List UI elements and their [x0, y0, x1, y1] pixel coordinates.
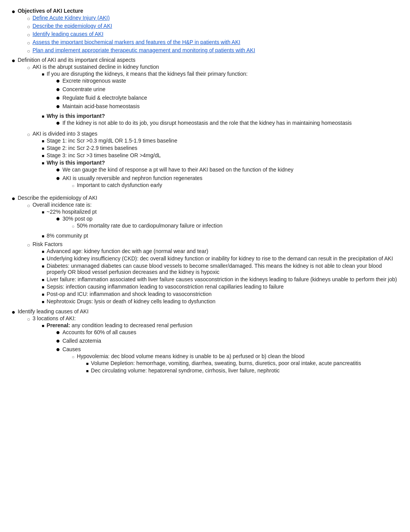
mortality-rate: 50% mortality rate due to cardiopulmonar… [77, 223, 222, 229]
catch-early: Important to catch dysfunction early [77, 182, 162, 188]
main-content: ● Objectives of AKI Lecture ○ Define Acu… [12, 8, 398, 379]
bullet-icon: ● [56, 94, 60, 102]
list-item: ○ Assess the important biochemical marke… [27, 39, 398, 46]
stage3: Stage 3: inc Scr >3 times baseline OR >4… [47, 152, 161, 158]
list-item: ○ AKI is the abrupt sustained decline in… [27, 64, 398, 129]
bullet-icon: ■ [42, 323, 44, 328]
bullet-icon: ■ [42, 299, 44, 304]
list-item: ● Concentrate urine [56, 86, 398, 93]
list-item: ■ ~22% hospitalized pt ● 30% post op [42, 209, 398, 231]
gauge-response: We can gauge the kind of response a pt w… [63, 167, 293, 173]
bullet-icon: ■ [42, 210, 44, 214]
list-item: ○ Describe the epidemiology of AKI [27, 23, 398, 30]
list-item: ● AKI is usually reversible and nephron … [56, 175, 398, 190]
bullet-icon: ■ [86, 369, 89, 373]
list-item: ● Maintain acid-base homeostasis [56, 103, 398, 110]
list-item: ■ Dec circulating volume: hepatorenal sy… [86, 367, 361, 374]
dec-circulating: Dec circulating volume: hepatorenal synd… [91, 367, 280, 374]
objective-item-4[interactable]: Assess the important biochemical markers… [32, 39, 240, 45]
list-item: ■ Diabetes: unmanaged diabetes can cause… [42, 263, 398, 275]
regulate: Regulate fluid & electrolyte balance [63, 95, 147, 101]
aki-stages: AKI is divided into 3 stages [32, 131, 97, 137]
reversible: AKI is usually reversible and nephron fu… [63, 175, 203, 181]
list-item: ● If the kidney is not able to do its jo… [56, 120, 398, 127]
definition-title: Definition of AKI and its important clin… [18, 57, 136, 63]
bullet-icon: ● [56, 77, 60, 85]
bullet-icon: ■ [42, 292, 44, 297]
maintain: Maintain acid-base homeostasis [63, 103, 140, 109]
bullet-icon: ● [12, 309, 15, 316]
list-item: ■ Post-op and ICU: inflammation and shoc… [42, 291, 398, 297]
list-item: ■ Stage 2: inc Scr 2-2.9 times baselines [42, 145, 398, 151]
objective-item-1[interactable]: Define Acute Kidney Injury (AKI) [32, 15, 110, 21]
bullet-icon: ○ [27, 40, 30, 46]
list-item: ○ 50% mortality rate due to cardiopulmon… [72, 223, 223, 229]
objective-item-3[interactable]: Identify leading causes of AKI [32, 31, 103, 37]
bullet-icon: ■ [42, 234, 44, 238]
list-item: ● We can gauge the kind of response a pt… [56, 167, 398, 174]
bullet-icon: ■ [42, 285, 44, 289]
stage1: Stage 1: inc Scr >0.3 mg/dL OR 1.5-1.9 t… [47, 138, 177, 144]
nephrotoxic: Nephrotoxic Drugs: lysis or death of kid… [47, 298, 215, 304]
aki-definition: AKI is the abrupt sustained decline in k… [32, 64, 159, 70]
bullet-icon: ● [12, 57, 15, 64]
bullet-icon: ■ [42, 161, 44, 165]
bullet-icon: ● [56, 345, 60, 354]
bullet-icon: ● [56, 166, 60, 174]
advanced-age: Advanced age: kidney function dec with a… [47, 248, 208, 254]
bullet-icon: ● [56, 174, 60, 182]
list-item: ● Causes ○ Hyp [56, 346, 398, 376]
list-item: ■ Sepsis: infection causing inflammation… [42, 284, 398, 290]
list-item: ● Called azotemia [56, 338, 398, 345]
bullet-icon: ■ [42, 277, 44, 282]
list-item: ○ Risk Factors ■ Advanced age: kidney fu… [27, 241, 398, 306]
bullet-icon: ○ [27, 32, 30, 38]
list-item-causes: ● Identify leading causes of AKI ○ 3 loc… [12, 308, 398, 379]
list-item-definition: ● Definition of AKI and its important cl… [12, 57, 398, 193]
bullet-icon: ■ [42, 72, 44, 76]
bullet-icon: ● [56, 328, 60, 337]
bullet-icon: ○ [27, 316, 30, 322]
risk-factors-title: Risk Factors [32, 241, 63, 247]
bullet-icon: ■ [42, 146, 44, 151]
objective-item-2[interactable]: Describe the epidemiology of AKI [32, 23, 112, 29]
list-item: ● 30% post op ○ 50% mortality rate due t… [56, 216, 398, 230]
community-pt: 8% community pt [47, 233, 88, 239]
list-item: ○ AKI is divided into 3 stages ■ Stage 1… [27, 131, 398, 192]
liver-failure: Liver failure: inflammation associated w… [47, 276, 397, 282]
kidneys-fail: If you are disrupting the kidneys, it me… [47, 71, 248, 77]
objective-item-5[interactable]: Plan and implement appropriate therapeut… [32, 47, 255, 53]
list-item: ■ Why is this important? ● We can gauge … [42, 160, 398, 191]
list-item: ■ Volume Depletion: hemorrhage, vomiting… [86, 360, 361, 366]
list-item: ■ Stage 1: inc Scr >0.3 mg/dL OR 1.5-1.9… [42, 138, 398, 144]
stage2: Stage 2: inc Scr 2-2.9 times baselines [47, 145, 137, 151]
bullet-icon: ○ [72, 183, 75, 189]
bullet-icon: ● [12, 8, 15, 15]
list-item: ● Accounts for 60% of all causes [56, 329, 398, 337]
list-item: ■ Stage 3: inc Scr >3 times baseline OR … [42, 152, 398, 158]
bullet-icon: ○ [27, 15, 30, 22]
objectives-title: Objectives of AKI Lecture [18, 8, 83, 14]
bullet-icon: ○ [72, 224, 75, 229]
list-item-epidemiology: ● Describe the epidemiology of AKI ○ Ove… [12, 195, 398, 307]
concentrate: Concentrate urine [63, 86, 105, 92]
list-item: ■ Nephrotoxic Drugs: lysis or death of k… [42, 298, 398, 304]
locations-title: 3 locations of AKI: [32, 315, 76, 321]
list-item: ○ Overall incidence rate is: ■ ~22% hosp… [27, 202, 398, 240]
list-item: ■ Prerenal: any condition leading to dec… [42, 322, 398, 377]
bullet-icon: ● [56, 119, 60, 127]
list-item: ■ Why is this important? ● If the kidney… [42, 113, 398, 128]
prerenal-bold: Prerenal: [47, 322, 70, 328]
list-item: ● Excrete nitrogenous waste [56, 78, 398, 85]
ckd: Underlying kidney insufficiency (CKD): d… [47, 255, 393, 262]
list-item: ■ Underlying kidney insufficiency (CKD):… [42, 255, 398, 262]
bullet-icon: ○ [27, 24, 30, 30]
list-item: ● Regulate fluid & electrolyte balance [56, 95, 398, 102]
why-important-1: Why is this important? [47, 113, 105, 119]
bullet-icon: ● [56, 85, 60, 93]
azotemia: Called azotemia [63, 338, 101, 344]
list-item-objectives: ● Objectives of AKI Lecture ○ Define Acu… [12, 8, 398, 55]
why-important-2: Why is this important? [47, 160, 105, 166]
volume-depletion: Volume Depletion: hemorrhage, vomiting, … [91, 360, 361, 366]
bullet-icon: ● [12, 195, 15, 202]
